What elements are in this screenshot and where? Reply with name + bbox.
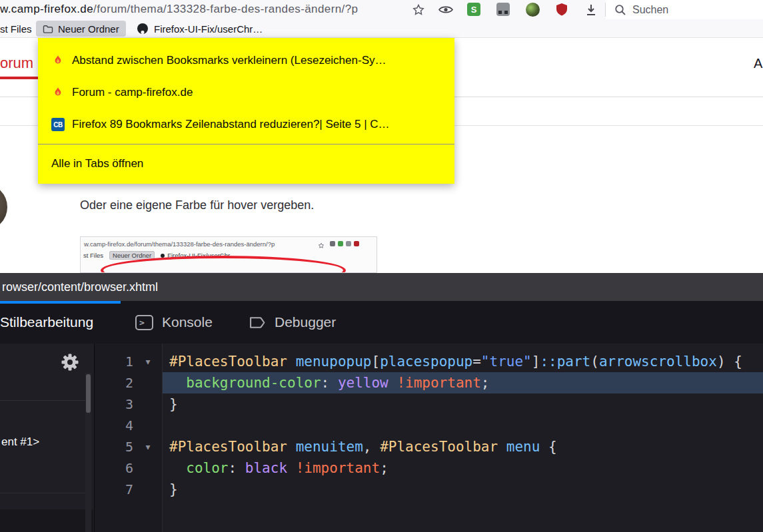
cb-badge-icon: CB xyxy=(51,118,65,131)
open-all-in-tabs[interactable]: Alle in Tabs öffnen xyxy=(38,147,454,180)
thumb-github-icon xyxy=(161,254,165,258)
avatar-glyph xyxy=(526,3,540,17)
gray-extension-icon[interactable] xyxy=(496,2,510,17)
code-token: ::part xyxy=(540,354,590,370)
url-domain: w.camp-firefox.de xyxy=(0,3,93,15)
code-token: menu xyxy=(506,439,540,455)
gear-icon[interactable] xyxy=(60,352,80,372)
menu-item-label: Firefox 89 Bookmarks Zeilenabstand reduz… xyxy=(72,118,390,131)
ublock-shield-icon[interactable] xyxy=(554,2,569,17)
code-token xyxy=(498,439,506,455)
search-bar[interactable]: Suchen xyxy=(606,0,763,19)
menu-item-label: Forum - camp-firefox.de xyxy=(72,86,193,99)
menu-separator xyxy=(38,144,454,144)
screenshot-attachment[interactable]: w.camp-firefox.de/forum/thema/133328-far… xyxy=(80,236,377,273)
editor-gutter: 1▾ 2 3 4 5▾ 6 7 xyxy=(95,344,163,532)
code-token: color xyxy=(186,460,228,476)
code-token: "true" xyxy=(481,354,532,370)
code-token: menupopup xyxy=(296,354,372,370)
user-avatar[interactable] xyxy=(0,184,7,230)
sidebar-bottom-row xyxy=(0,509,93,532)
scrollbar-thumb[interactable] xyxy=(86,374,91,413)
eye-extension-icon[interactable] xyxy=(438,2,453,17)
search-icon xyxy=(614,4,626,16)
tab-label: Debugger xyxy=(275,314,336,330)
stylesheet-sidebar: ent #1> xyxy=(0,344,95,532)
bookmark-github[interactable]: Firefox-UI-Fix/userChr… xyxy=(137,21,263,37)
code-token: } xyxy=(169,396,178,412)
menu-item-bookmark[interactable]: CB Firefox 89 Bookmarks Zeilenabstand re… xyxy=(38,109,454,140)
code-token: arrowscrollbox xyxy=(599,354,717,370)
line-number: 5 xyxy=(95,436,133,457)
fold-arrow-icon[interactable]: ▾ xyxy=(139,436,157,457)
code-token xyxy=(287,354,296,370)
github-label: Firefox-UI-Fix/userChr… xyxy=(154,23,263,35)
code-line[interactable]: color: black !important; xyxy=(163,457,763,479)
thumb-bookmark-1: st Files xyxy=(83,252,103,259)
code-token: #PlacesToolbar xyxy=(380,439,498,455)
sidebar-divider xyxy=(0,400,85,401)
forum-heading-fragment[interactable]: orum xyxy=(0,55,33,72)
code-token: , xyxy=(363,439,380,455)
tab-debugger[interactable]: Debugger xyxy=(249,301,336,344)
folder-icon xyxy=(43,24,53,34)
screen: orum A Oder eine eigene Farbe für hover … xyxy=(0,0,763,532)
toolbox-tabbar: Stilbearbeitung > Konsole Debugger xyxy=(0,301,763,344)
code-token: = xyxy=(472,354,481,370)
thumb-ext-icon xyxy=(354,241,359,246)
menu-item-bookmark[interactable]: Abstand zwischen Booksmarks verkleinern … xyxy=(38,45,454,77)
urlbar[interactable]: w.camp-firefox.de/forum/thema/133328-far… xyxy=(0,3,358,16)
post-paragraph: Oder eine eigene Farbe für hover vergebe… xyxy=(80,198,314,212)
code-line[interactable] xyxy=(163,415,763,436)
line-number: 3 xyxy=(95,394,133,415)
debugger-icon xyxy=(249,316,266,330)
github-icon xyxy=(137,23,149,35)
flame-icon xyxy=(51,54,65,67)
line-number: 7 xyxy=(95,479,133,500)
code-token: ( xyxy=(590,354,599,370)
tab-console[interactable]: > Konsole xyxy=(135,301,213,344)
avatar-extension-icon[interactable] xyxy=(525,2,540,17)
code-line[interactable]: } xyxy=(163,394,763,415)
menu-item-bookmark[interactable]: Forum - camp-firefox.de xyxy=(38,77,454,109)
code-line[interactable]: #PlacesToolbar menupopup[placespopup="tr… xyxy=(163,351,763,372)
bookmark-star-icon[interactable] xyxy=(410,2,426,18)
line-number: 4 xyxy=(95,415,133,436)
gutter-row: 4 xyxy=(95,415,162,436)
url-path: /forum/thema/133328-farbe-des-randes-änd… xyxy=(93,3,358,15)
download-icon[interactable] xyxy=(584,2,598,17)
devtools-toolbox: rowser/content/browser.xhtml Stilbearbei… xyxy=(0,273,763,532)
gutter-row: 6 xyxy=(95,457,162,479)
code-token: ] xyxy=(532,354,540,370)
code-line[interactable]: #PlacesToolbar menuitem, #PlacesToolbar … xyxy=(163,436,763,457)
browser-chrome: w.camp-firefox.de/forum/thema/133328-far… xyxy=(0,0,763,38)
thumb-url-text: w.camp-firefox.de/forum/thema/133328-far… xyxy=(84,240,275,248)
code-token: menuitem xyxy=(296,439,363,455)
tab-label: Konsole xyxy=(162,314,213,330)
bookmarks-dropdown-menu: Abstand zwischen Booksmarks verkleinern … xyxy=(38,38,454,184)
sidebar-divider xyxy=(0,493,85,493)
line-number: 1 xyxy=(95,351,133,372)
gutter-row: 3 xyxy=(95,394,162,415)
script-extension-icon[interactable]: S xyxy=(466,2,481,17)
bookmark-item-truncated[interactable]: st Files xyxy=(0,23,32,35)
code-token: ; xyxy=(481,375,490,391)
code-token: background-color xyxy=(186,375,321,391)
tab-style-editor[interactable]: Stilbearbeitung xyxy=(0,301,93,344)
code-token: !important xyxy=(396,375,480,391)
extension-glyph xyxy=(496,3,510,16)
toolbox-titlebar: rowser/content/browser.xhtml xyxy=(0,273,763,301)
code-line[interactable]: } xyxy=(163,479,763,500)
gutter-row: 5▾ xyxy=(95,436,162,457)
code-line-highlighted[interactable]: background-color: yellow !important; xyxy=(163,372,763,394)
code-editor[interactable]: #PlacesToolbar menupopup[placespopup="tr… xyxy=(163,344,763,532)
fold-arrow-icon[interactable]: ▾ xyxy=(139,351,157,372)
right-text-fragment: A xyxy=(754,56,762,71)
thumb-star-icon xyxy=(318,240,325,252)
sidebar-scrollbar[interactable] xyxy=(85,373,91,532)
stylesheet-item[interactable]: ent #1> xyxy=(1,435,39,449)
gutter-row: 1▾ xyxy=(95,351,162,372)
code-token: #PlacesToolbar xyxy=(169,439,287,455)
thumb-ext-icon xyxy=(346,241,351,246)
bookmark-folder-open[interactable]: Neuer Ordner xyxy=(36,21,126,37)
